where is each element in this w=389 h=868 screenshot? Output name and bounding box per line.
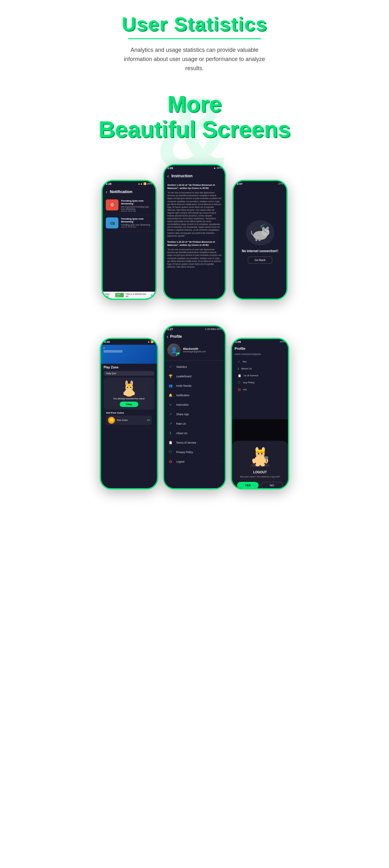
- signal-icon: ▲▲: [138, 182, 143, 185]
- go-back-button[interactable]: Go Back: [248, 256, 272, 264]
- menu-label-notification: Notification: [176, 394, 221, 397]
- dog-illustration: z z z: [246, 220, 274, 246]
- signal-icon-2: ▲: [214, 166, 216, 169]
- logout-dialog-heading: LOGOUT: [237, 470, 283, 474]
- profile-phone: 6:27 1.33 KB/s 24% ‹ Profile 👤 📷 Blacksm…: [163, 325, 226, 490]
- menu-item-notification[interactable]: 🔔 Notification: [164, 391, 225, 400]
- status-bar-5: 6:27 1.33 KB/s 24%: [164, 327, 225, 332]
- user-name: Blacksmith: [183, 347, 206, 350]
- svg-point-34: [260, 455, 261, 456]
- svg-point-39: [255, 463, 260, 466]
- back-arrow-icon-2[interactable]: ‹: [167, 174, 169, 179]
- coin-item[interactable]: 🪙 Free Coins 20: [106, 415, 152, 425]
- battery-icon: 20%: [147, 182, 152, 185]
- coin-name: Free Coins: [117, 419, 145, 421]
- svg-point-13: [126, 381, 127, 385]
- instruction-content: Section 1.10.33 of "de Finibus Bonorum e…: [164, 181, 225, 274]
- svg-point-30: [258, 453, 259, 454]
- status-time-4: 6:02: [104, 340, 110, 343]
- screens-row-1: 6:28 ▲▲ 📶 20% ‹ Notification 🎯 Trending …: [0, 151, 389, 319]
- no-button[interactable]: NO: [261, 482, 283, 489]
- menu-item-share[interactable]: ↗ Share App: [164, 409, 225, 419]
- leaderboard-icon: 🏆: [168, 374, 173, 379]
- menu-item-logout[interactable]: ⏻ Logout ›: [164, 457, 225, 466]
- partial-item-logout[interactable]: ⏻ out: [235, 386, 286, 393]
- svg-point-33: [263, 454, 265, 456]
- partial-tics-icon: ✓: [238, 360, 240, 363]
- status-icons-5: 1.33 KB/s 24%: [205, 328, 222, 331]
- notification-header: ‹ Notification: [103, 187, 155, 197]
- profile-menu-list: ✓ Statistics 🏆 Leaderboard 👥 Invite frie…: [164, 361, 225, 468]
- menu-item-terms[interactable]: 📋 Terms of Service: [164, 438, 225, 447]
- status-time-5: 6:27: [167, 328, 173, 331]
- partial-item-tics[interactable]: ✓ tics: [235, 358, 286, 365]
- svg-point-31: [261, 453, 262, 454]
- svg-point-16: [127, 387, 128, 388]
- notification-item-1[interactable]: 🎯 Trending Quiz now Streaming lets exper…: [103, 197, 155, 215]
- menu-item-rate[interactable]: ↗ Rate Us: [164, 419, 225, 429]
- battery-icon-4: 📶: [151, 340, 154, 343]
- svg-point-18: [125, 388, 127, 390]
- back-arrow-profile[interactable]: ‹: [167, 334, 168, 339]
- logout-dialog-subtext: Are you sure!! You want to Log out?: [237, 475, 283, 478]
- status-time-3: 6:07: [237, 182, 242, 185]
- partial-menu-items: ✓ tics ℹ About Us 📋 ns of Service 🛡 acy …: [235, 357, 286, 394]
- instruction-header: ‹ Instruction: [164, 171, 225, 181]
- play-zone-banner: ▶: [101, 345, 157, 364]
- svg-text:z: z: [260, 224, 262, 228]
- partial-about-label: About Us: [241, 367, 252, 370]
- battery-icon-2: 30%: [217, 166, 222, 169]
- back-arrow-icon[interactable]: ‹: [106, 189, 107, 194]
- partial-item-terms[interactable]: 📋 ns of Service: [235, 372, 286, 379]
- svg-point-15: [131, 381, 132, 385]
- status-bar-3: 6:07 27%: [234, 181, 286, 187]
- menu-label-rate: Rate Us: [176, 422, 221, 425]
- profile-avatar: 👤 📷: [167, 343, 181, 357]
- ad-bar: Nice job! Test Ad This is a 320x50 test …: [103, 292, 155, 299]
- status-icons-6: 27%: [280, 340, 285, 343]
- menu-item-statistics[interactable]: ✓ Statistics: [164, 362, 225, 372]
- rate-icon: ↗: [168, 421, 173, 426]
- yes-button[interactable]: YES: [237, 482, 259, 489]
- svg-rect-42: [265, 456, 268, 459]
- notification-phone: 6:28 ▲▲ 📶 20% ‹ Notification 🎯 Trending …: [101, 180, 157, 300]
- logout-dialog-buttons: YES NO: [237, 482, 283, 489]
- profile-header-bar: ‹ Profile: [164, 332, 225, 341]
- menu-item-instruction[interactable]: ≡ Instruction: [164, 400, 225, 409]
- notif-item-title-1: Trending Quiz now Streaming: [121, 199, 152, 205]
- logout-icon: ⏻: [168, 459, 173, 464]
- more-title: More: [6, 92, 383, 117]
- notif-text-1: Trending Quiz now Streaming lets experie…: [121, 199, 152, 212]
- notif-item-title-2: Trending Quiz now Streaming: [121, 217, 152, 223]
- partial-about-icon: ℹ: [238, 367, 239, 370]
- notification-item-2[interactable]: 📺 Trending Quiz now Streaming Trending Q…: [103, 215, 155, 231]
- no-internet-screen: z z z No internet connection!! Go Back: [234, 187, 286, 297]
- menu-label-privacy: Privacy Policy: [176, 451, 221, 454]
- status-icons-3: 27%: [278, 182, 283, 185]
- partial-profile-section: Profile harish.vekariya141@gmail ✓ tics …: [232, 345, 288, 396]
- svg-text:z: z: [262, 224, 264, 226]
- menu-item-privacy[interactable]: 🛡 Privacy Policy: [164, 447, 225, 457]
- okay-button[interactable]: Okay: [120, 402, 139, 407]
- partial-profile-title: Profile: [235, 347, 286, 350]
- user-email: luharasgar@gmail.com: [183, 350, 206, 353]
- status-icons-1: ▲▲ 📶 20%: [138, 182, 152, 185]
- privacy-icon: 🛡: [168, 450, 173, 455]
- bunny-text: You already received free coins!: [114, 398, 144, 400]
- menu-item-invite[interactable]: 👥 Invite friends: [164, 381, 225, 391]
- menu-item-about[interactable]: ℹ About Us: [164, 429, 225, 438]
- status-bar-6: 5:09 27%: [232, 339, 288, 345]
- partial-item-privacy[interactable]: 🛡 acy Policy: [235, 379, 286, 386]
- coin-icon: 🪙: [108, 417, 115, 424]
- menu-label-terms: Terms of Service: [176, 441, 221, 444]
- svg-point-24: [132, 392, 135, 395]
- status-bar-4: 6:02 ▲ 📶: [101, 339, 157, 345]
- status-time-1: 6:28: [106, 182, 111, 185]
- partial-item-about[interactable]: ℹ About Us: [235, 365, 286, 372]
- camera-badge-icon[interactable]: 📷: [176, 352, 181, 357]
- daily-quiz-btn[interactable]: Daily Quiz: [104, 371, 154, 376]
- invite-icon: 👥: [168, 383, 173, 388]
- partial-privacy-icon: 🛡: [238, 381, 240, 384]
- svg-point-40: [260, 463, 265, 466]
- menu-item-leaderboard[interactable]: 🏆 Leaderboard: [164, 372, 225, 381]
